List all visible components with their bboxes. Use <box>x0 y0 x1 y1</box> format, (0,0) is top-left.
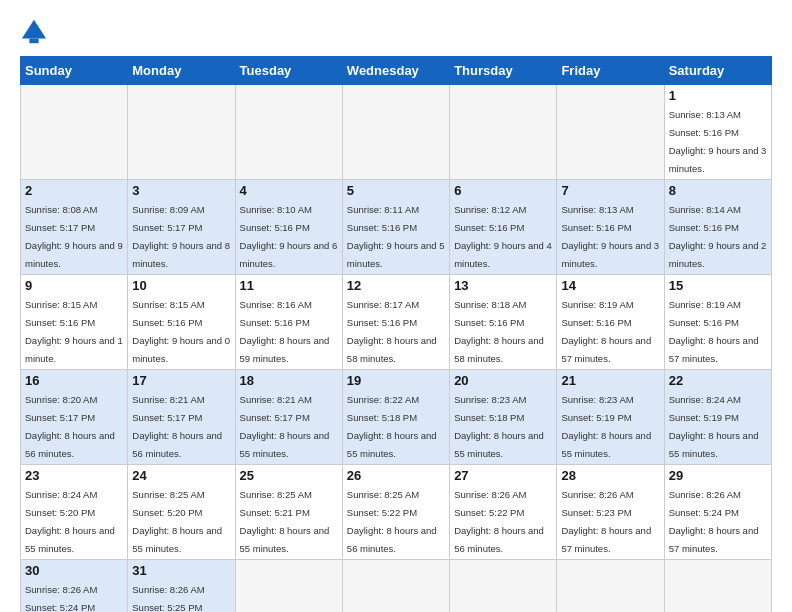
calendar-day: 18Sunrise: 8:21 AMSunset: 5:17 PMDayligh… <box>235 370 342 465</box>
empty-cell <box>450 85 557 180</box>
weekday-header: Wednesday <box>342 57 449 85</box>
calendar-day: 24Sunrise: 8:25 AMSunset: 5:20 PMDayligh… <box>128 465 235 560</box>
day-info: Sunrise: 8:13 AMSunset: 5:16 PMDaylight:… <box>669 109 767 174</box>
day-info: Sunrise: 8:08 AMSunset: 5:17 PMDaylight:… <box>25 204 123 269</box>
weekday-header: Saturday <box>664 57 771 85</box>
calendar-day: 19Sunrise: 8:22 AMSunset: 5:18 PMDayligh… <box>342 370 449 465</box>
svg-rect-1 <box>29 39 38 44</box>
day-number: 12 <box>347 278 445 293</box>
day-number: 18 <box>240 373 338 388</box>
day-number: 2 <box>25 183 123 198</box>
day-info: Sunrise: 8:18 AMSunset: 5:16 PMDaylight:… <box>454 299 544 364</box>
day-number: 24 <box>132 468 230 483</box>
day-info: Sunrise: 8:26 AMSunset: 5:25 PMDaylight:… <box>132 584 222 612</box>
day-info: Sunrise: 8:21 AMSunset: 5:17 PMDaylight:… <box>240 394 330 459</box>
calendar-day: 22Sunrise: 8:24 AMSunset: 5:19 PMDayligh… <box>664 370 771 465</box>
calendar-day: 31Sunrise: 8:26 AMSunset: 5:25 PMDayligh… <box>128 560 235 613</box>
empty-cell <box>21 85 128 180</box>
day-number: 31 <box>132 563 230 578</box>
calendar-day: 2Sunrise: 8:08 AMSunset: 5:17 PMDaylight… <box>21 180 128 275</box>
day-info: Sunrise: 8:24 AMSunset: 5:20 PMDaylight:… <box>25 489 115 554</box>
calendar-day: 29Sunrise: 8:26 AMSunset: 5:24 PMDayligh… <box>664 465 771 560</box>
logo-icon <box>20 18 48 46</box>
calendar-day: 30Sunrise: 8:26 AMSunset: 5:24 PMDayligh… <box>21 560 128 613</box>
header-row: SundayMondayTuesdayWednesdayThursdayFrid… <box>21 57 772 85</box>
day-number: 20 <box>454 373 552 388</box>
calendar-week: 1Sunrise: 8:13 AMSunset: 5:16 PMDaylight… <box>21 85 772 180</box>
day-number: 21 <box>561 373 659 388</box>
day-number: 19 <box>347 373 445 388</box>
calendar-week: 23Sunrise: 8:24 AMSunset: 5:20 PMDayligh… <box>21 465 772 560</box>
calendar-day: 1Sunrise: 8:13 AMSunset: 5:16 PMDaylight… <box>664 85 771 180</box>
day-info: Sunrise: 8:19 AMSunset: 5:16 PMDaylight:… <box>669 299 759 364</box>
day-number: 6 <box>454 183 552 198</box>
day-info: Sunrise: 8:26 AMSunset: 5:23 PMDaylight:… <box>561 489 651 554</box>
weekday-header: Thursday <box>450 57 557 85</box>
logo <box>20 18 50 46</box>
day-number: 5 <box>347 183 445 198</box>
day-info: Sunrise: 8:12 AMSunset: 5:16 PMDaylight:… <box>454 204 552 269</box>
day-info: Sunrise: 8:25 AMSunset: 5:22 PMDaylight:… <box>347 489 437 554</box>
day-number: 13 <box>454 278 552 293</box>
calendar-day: 12Sunrise: 8:17 AMSunset: 5:16 PMDayligh… <box>342 275 449 370</box>
day-info: Sunrise: 8:20 AMSunset: 5:17 PMDaylight:… <box>25 394 115 459</box>
day-number: 30 <box>25 563 123 578</box>
calendar-day: 7Sunrise: 8:13 AMSunset: 5:16 PMDaylight… <box>557 180 664 275</box>
day-info: Sunrise: 8:11 AMSunset: 5:16 PMDaylight:… <box>347 204 445 269</box>
day-info: Sunrise: 8:14 AMSunset: 5:16 PMDaylight:… <box>669 204 767 269</box>
day-number: 28 <box>561 468 659 483</box>
day-info: Sunrise: 8:17 AMSunset: 5:16 PMDaylight:… <box>347 299 437 364</box>
calendar-week: 9Sunrise: 8:15 AMSunset: 5:16 PMDaylight… <box>21 275 772 370</box>
day-number: 10 <box>132 278 230 293</box>
calendar-day: 10Sunrise: 8:15 AMSunset: 5:16 PMDayligh… <box>128 275 235 370</box>
day-number: 17 <box>132 373 230 388</box>
day-info: Sunrise: 8:26 AMSunset: 5:24 PMDaylight:… <box>25 584 115 612</box>
empty-cell <box>342 85 449 180</box>
calendar-day: 4Sunrise: 8:10 AMSunset: 5:16 PMDaylight… <box>235 180 342 275</box>
weekday-header: Monday <box>128 57 235 85</box>
calendar-day: 3Sunrise: 8:09 AMSunset: 5:17 PMDaylight… <box>128 180 235 275</box>
calendar-table: SundayMondayTuesdayWednesdayThursdayFrid… <box>20 56 772 612</box>
calendar-day: 21Sunrise: 8:23 AMSunset: 5:19 PMDayligh… <box>557 370 664 465</box>
day-number: 29 <box>669 468 767 483</box>
day-number: 8 <box>669 183 767 198</box>
day-number: 14 <box>561 278 659 293</box>
day-number: 7 <box>561 183 659 198</box>
calendar-day: 13Sunrise: 8:18 AMSunset: 5:16 PMDayligh… <box>450 275 557 370</box>
day-number: 16 <box>25 373 123 388</box>
empty-cell <box>235 560 342 613</box>
empty-cell <box>664 560 771 613</box>
day-info: Sunrise: 8:23 AMSunset: 5:18 PMDaylight:… <box>454 394 544 459</box>
day-info: Sunrise: 8:15 AMSunset: 5:16 PMDaylight:… <box>25 299 123 364</box>
weekday-header: Friday <box>557 57 664 85</box>
calendar-day: 9Sunrise: 8:15 AMSunset: 5:16 PMDaylight… <box>21 275 128 370</box>
day-info: Sunrise: 8:09 AMSunset: 5:17 PMDaylight:… <box>132 204 230 269</box>
day-info: Sunrise: 8:25 AMSunset: 5:21 PMDaylight:… <box>240 489 330 554</box>
svg-marker-0 <box>22 20 46 39</box>
empty-cell <box>557 560 664 613</box>
day-info: Sunrise: 8:26 AMSunset: 5:22 PMDaylight:… <box>454 489 544 554</box>
day-info: Sunrise: 8:25 AMSunset: 5:20 PMDaylight:… <box>132 489 222 554</box>
day-info: Sunrise: 8:22 AMSunset: 5:18 PMDaylight:… <box>347 394 437 459</box>
weekday-header: Tuesday <box>235 57 342 85</box>
calendar-week: 2Sunrise: 8:08 AMSunset: 5:17 PMDaylight… <box>21 180 772 275</box>
calendar-day: 16Sunrise: 8:20 AMSunset: 5:17 PMDayligh… <box>21 370 128 465</box>
day-number: 27 <box>454 468 552 483</box>
day-number: 23 <box>25 468 123 483</box>
calendar-day: 11Sunrise: 8:16 AMSunset: 5:16 PMDayligh… <box>235 275 342 370</box>
calendar-day: 20Sunrise: 8:23 AMSunset: 5:18 PMDayligh… <box>450 370 557 465</box>
day-number: 26 <box>347 468 445 483</box>
calendar-day: 17Sunrise: 8:21 AMSunset: 5:17 PMDayligh… <box>128 370 235 465</box>
calendar-week: 30Sunrise: 8:26 AMSunset: 5:24 PMDayligh… <box>21 560 772 613</box>
day-info: Sunrise: 8:15 AMSunset: 5:16 PMDaylight:… <box>132 299 230 364</box>
day-number: 4 <box>240 183 338 198</box>
day-number: 11 <box>240 278 338 293</box>
day-info: Sunrise: 8:10 AMSunset: 5:16 PMDaylight:… <box>240 204 338 269</box>
calendar-day: 25Sunrise: 8:25 AMSunset: 5:21 PMDayligh… <box>235 465 342 560</box>
day-number: 1 <box>669 88 767 103</box>
empty-cell <box>128 85 235 180</box>
day-info: Sunrise: 8:23 AMSunset: 5:19 PMDaylight:… <box>561 394 651 459</box>
calendar-day: 5Sunrise: 8:11 AMSunset: 5:16 PMDaylight… <box>342 180 449 275</box>
calendar-day: 23Sunrise: 8:24 AMSunset: 5:20 PMDayligh… <box>21 465 128 560</box>
calendar-day: 8Sunrise: 8:14 AMSunset: 5:16 PMDaylight… <box>664 180 771 275</box>
